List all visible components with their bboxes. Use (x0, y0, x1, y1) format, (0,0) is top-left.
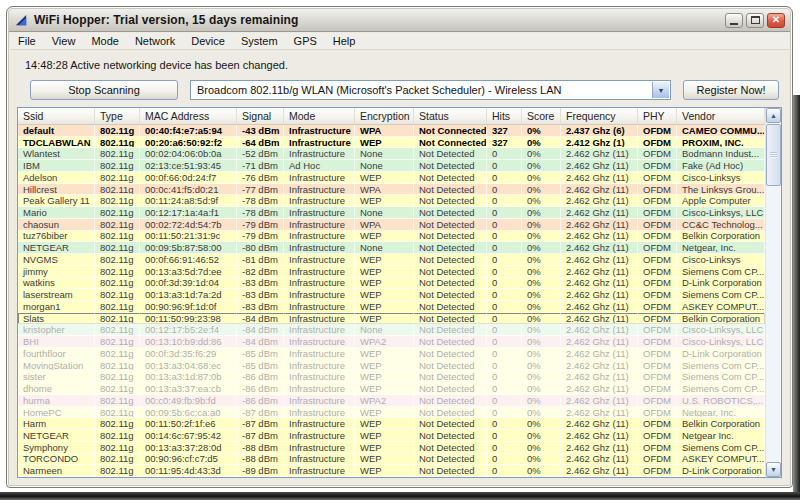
table-row[interactable]: default802.11g00:40:f4:e7:a5:94-43 dBmIn… (18, 125, 765, 137)
cell-mac: 00:09:5b:87:58:00 (140, 242, 237, 254)
cell-ssid: BHI (18, 336, 95, 348)
table-row[interactable]: laserstream802.11g00:13:a3:1d:7a:2d-83 d… (18, 289, 765, 301)
cell-phy: OFDM (638, 360, 677, 372)
close-button[interactable]: ✕ (767, 13, 785, 28)
menu-item-system[interactable]: System (233, 33, 286, 49)
table-row[interactable]: Slats802.11g00:11:50:99:23:98-84 dBmInfr… (18, 313, 765, 325)
cell-mode: Infrastructure (284, 418, 355, 430)
cell-vendor: Bodmann Indust... (677, 148, 765, 160)
table-row[interactable]: MovingStation802.11g00:13:a3:04:68:ec-85… (18, 360, 765, 372)
table-row[interactable]: TORCONDO802.11g00:90:96:cf:c7:d5-88 dBmI… (18, 454, 765, 466)
cell-score: 0% (522, 324, 561, 336)
table-row[interactable]: Peak Gallery 11802.11g00:11:24:a8:5d:9f-… (18, 195, 765, 207)
table-row[interactable]: Wlantest802.11g00:02:04:06:0b:0a-52 dBmI… (18, 148, 765, 160)
column-header-vendor[interactable]: Vendor (677, 108, 765, 124)
table-row[interactable]: NVGMS802.11g00:0f:66:91:46:52-81 dBmInfr… (18, 254, 765, 266)
register-now-button[interactable]: Register Now! (683, 80, 779, 100)
table-row[interactable]: Narmeen802.11g00:11:95:4d:43:3d-89 dBmIn… (18, 465, 765, 477)
title-bar[interactable]: WiFi Hopper: Trial version, 15 days rema… (9, 9, 790, 32)
table-row[interactable]: morgan1802.11g00:90:96:9f:1d:0f-83 dBmIn… (18, 301, 765, 313)
cell-ssid: chaosun (18, 219, 95, 231)
table-row[interactable]: hurma802.11g00:c0:49:fb:9b:fd-86 dBmInfr… (18, 395, 765, 407)
cell-ssid: dhome (18, 383, 95, 395)
table-row[interactable]: NETGEAR802.11g00:14:6c:67:95:42-87 dBmIn… (18, 430, 765, 442)
network-adapter-select[interactable]: Broadcom 802.11b/g WLAN (Microsoft's Pac… (190, 80, 671, 100)
cell-encryption: WEP (355, 231, 414, 243)
vertical-scrollbar[interactable]: ▲ ▼ (765, 108, 781, 477)
table-row[interactable]: TDCLABWLAN802.11g00:20:a6:50:92:f2-64 dB… (18, 137, 765, 149)
cell-ssid: tuz76biber (18, 231, 95, 243)
menu-item-device[interactable]: Device (183, 33, 233, 49)
menu-item-network[interactable]: Network (127, 33, 183, 49)
column-header-mode[interactable]: Mode (284, 108, 355, 124)
menu-item-gps[interactable]: GPS (286, 33, 325, 49)
menu-item-help[interactable]: Help (325, 33, 364, 49)
cell-hits: 0 (487, 219, 522, 231)
table-row[interactable]: jimmy802.11g00:13:a3:5d:7d:ee-82 dBmInfr… (18, 266, 765, 278)
table-row[interactable]: NETGEAR802.11g00:09:5b:87:58:00-80 dBmIn… (18, 242, 765, 254)
cell-vendor: Cisco-Linksys (677, 254, 765, 266)
combo-dropdown-button[interactable]: ▼ (652, 82, 669, 98)
maximize-button[interactable] (746, 13, 764, 28)
cell-mac: 00:11:50:99:23:98 (140, 313, 237, 325)
cell-type: 802.11g (95, 336, 140, 348)
cell-status: Not Detected (414, 383, 487, 395)
menu-item-file[interactable]: File (10, 33, 44, 49)
table-row[interactable]: fourthfloor802.11g00:0f:3d:35:f6:29-85 d… (18, 348, 765, 360)
cell-ssid: MovingStation (18, 360, 95, 372)
cell-signal: -87 dBm (237, 418, 284, 430)
cell-hits: 0 (487, 418, 522, 430)
cell-mode: Infrastructure (284, 360, 355, 372)
cell-type: 802.11g (95, 407, 140, 419)
minimize-button[interactable] (725, 13, 743, 28)
cell-ssid: Hillcrest (18, 184, 95, 196)
column-header-encryption[interactable]: Encryption (355, 108, 414, 124)
cell-signal: -64 dBm (237, 137, 284, 149)
table-row[interactable]: Hillcrest802.11g00:0c:41:f5:d0:21-77 dBm… (18, 184, 765, 196)
cell-encryption: WEP (355, 418, 414, 430)
cell-status: Not Detected (414, 266, 487, 278)
column-header-frequency[interactable]: Frequency (561, 108, 638, 124)
column-header-phy[interactable]: PHY (638, 108, 677, 124)
table-row[interactable]: IBM802.11g02:13:ce:51:93:45-71 dBmAd Hoc… (18, 160, 765, 172)
cell-signal: -84 dBm (237, 313, 284, 325)
table-row[interactable]: Adelson802.11g00:0f:66:0d:24:f7-76 dBmIn… (18, 172, 765, 184)
column-header-status[interactable]: Status (414, 108, 487, 124)
cell-mode: Infrastructure (284, 395, 355, 407)
column-header-score[interactable]: Score (522, 108, 561, 124)
network-list: SsidTypeMAC AddressSignalModeEncryptionS… (17, 107, 782, 478)
scrollbar-thumb[interactable] (766, 124, 781, 186)
table-row[interactable]: watkins802.11g00:0f:3d:39:1d:04-83 dBmIn… (18, 278, 765, 290)
table-row[interactable]: dhome802.11g00:13:a3:37:ea:cb-86 dBmInfr… (18, 383, 765, 395)
cell-phy: OFDM (638, 219, 677, 231)
cell-vendor: Cisco-Linksys (677, 172, 765, 184)
cell-phy: OFDM (638, 465, 677, 477)
column-header-signal[interactable]: Signal (237, 108, 284, 124)
table-row[interactable]: Mario802.11g00:12:17:1a:4a:f1-78 dBmInfr… (18, 207, 765, 219)
cell-score: 0% (522, 371, 561, 383)
table-row[interactable]: BHI802.11g00:13:10:b9:dd:86-84 dBmInfras… (18, 336, 765, 348)
menu-item-view[interactable]: View (44, 33, 84, 49)
menu-bar: FileViewModeNetworkDeviceSystemGPSHelp (10, 33, 789, 50)
menu-item-mode[interactable]: Mode (83, 33, 127, 49)
table-row[interactable]: Symphony802.11g00:13:a3:37:28:0d-88 dBmI… (18, 442, 765, 454)
cell-status: Not Detected (414, 195, 487, 207)
table-row[interactable]: chaosun802.11g00:02:72:4d:54:7b-79 dBmIn… (18, 219, 765, 231)
stop-scanning-button[interactable]: Stop Scanning (30, 80, 178, 100)
cell-score: 0% (522, 407, 561, 419)
column-header-hits[interactable]: Hits (487, 108, 522, 124)
cell-status: Not Detected (414, 148, 487, 160)
cell-signal: -71 dBm (237, 160, 284, 172)
cell-frequency: 2.462 Ghz (11) (561, 219, 638, 231)
cell-mode: Infrastructure (284, 371, 355, 383)
column-header-type[interactable]: Type (95, 108, 140, 124)
table-row[interactable]: Harm802.11g00:11:50:2f:1f:e6-87 dBmInfra… (18, 418, 765, 430)
table-row[interactable]: kristopher802.11g00:12:17:b5:2e:f4-84 dB… (18, 324, 765, 336)
table-row[interactable]: tuz76biber802.11g00:11:50:21:31:9c-79 dB… (18, 231, 765, 243)
scroll-up-button[interactable]: ▲ (766, 108, 781, 123)
column-header-mac-address[interactable]: MAC Address (140, 108, 237, 124)
scroll-down-button[interactable]: ▼ (766, 462, 781, 477)
column-header-ssid[interactable]: Ssid (18, 108, 95, 124)
table-row[interactable]: HomePC802.11g00:09:5b:6c:ca:a0-87 dBmInf… (18, 407, 765, 419)
table-row[interactable]: sister802.11g00:13:a3:1d:87:0b-86 dBmInf… (18, 371, 765, 383)
